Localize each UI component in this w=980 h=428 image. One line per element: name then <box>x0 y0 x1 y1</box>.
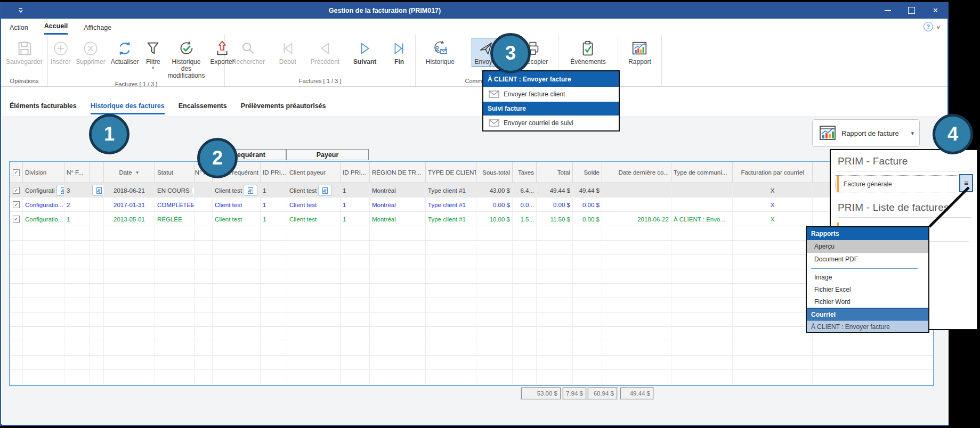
col-header-statut[interactable]: Statut <box>155 162 195 183</box>
menu-item-image[interactable]: Image <box>807 271 928 283</box>
empty-cell <box>155 241 195 255</box>
checkbox-checked[interactable]: ✓ <box>13 201 20 208</box>
col-header-solde[interactable]: Solde <box>573 162 602 183</box>
search-button[interactable]: Rechercher <box>229 38 268 67</box>
ribbon-group-operations: Sauvegarder Opérations <box>1 35 48 86</box>
col-header-sous-total[interactable]: Sous-total <box>476 162 513 183</box>
inline-document-preview-icon[interactable] <box>56 185 64 196</box>
empty-cell <box>195 255 213 269</box>
menu-item-envoyer-courriel-suivi[interactable]: Envoyer courriel de suivi <box>483 116 619 130</box>
report-button[interactable]: Rapport <box>626 38 654 67</box>
nav-last-button[interactable]: Fin <box>387 38 411 67</box>
col-header-id-pri-payeur[interactable]: ID PRI... <box>341 162 370 183</box>
total-box-2: 60.94 $ <box>588 388 617 399</box>
col-header-type-client[interactable]: TYPE DE CLIENT <box>426 162 476 183</box>
checkbox-checked[interactable]: ✓ <box>13 169 20 176</box>
empty-cell <box>426 327 476 341</box>
cell-client-requerant: Client test <box>213 183 261 197</box>
row-checkbox[interactable]: ✓ <box>10 212 23 226</box>
nav-first-icon <box>279 39 297 57</box>
refresh-button[interactable]: Actualiser <box>108 38 142 67</box>
minimize-button[interactable] <box>876 2 900 19</box>
ribbon-toolbar: Sauvegarder Opérations Insérer <box>1 35 947 87</box>
col-header-no-facture[interactable]: N° F... <box>64 162 90 183</box>
empty-cell <box>195 298 213 312</box>
filter-dropdown-icon[interactable]: ∨ <box>151 65 155 70</box>
empty-cell <box>10 312 23 327</box>
table-row[interactable]: ✓Configurati32018-06-21EN COURSClient te… <box>10 183 933 197</box>
row-checkbox[interactable]: ✓ <box>10 197 23 212</box>
inline-document-preview-icon[interactable] <box>92 185 104 196</box>
maximize-button[interactable] <box>900 2 924 19</box>
menu-item-fichier-word[interactable]: Fichier Word <box>807 295 928 308</box>
menu-tab-action[interactable]: Action <box>10 19 28 35</box>
empty-cell <box>10 356 23 370</box>
filter-button[interactable]: Filtre ∨ <box>141 38 165 71</box>
empty-cell <box>733 269 813 284</box>
empty-cell <box>537 370 573 384</box>
col-header-date[interactable]: Date▼ <box>104 162 155 183</box>
tab-historique-des-factures[interactable]: Historique des factures <box>91 102 165 114</box>
inline-document-preview-icon[interactable] <box>318 185 332 196</box>
table-row[interactable]: ✓Configuratio...22017-01-31COMPLÉTÉEClie… <box>10 197 933 212</box>
col-header-client-payeur[interactable]: Client payeur <box>287 162 341 183</box>
invoices-table[interactable]: ✓DivisionN° F...Date▼StatutN° lotClient … <box>9 161 934 386</box>
checkbox-checked[interactable]: ✓ <box>13 187 20 194</box>
col-header-apercu[interactable] <box>90 162 104 183</box>
invoice-report-selector-button[interactable]: Rapport de facture ▾ <box>812 119 920 147</box>
menu-tab-affichage[interactable]: Affichage <box>84 19 111 35</box>
chevron-down-icon[interactable]: ∨ <box>935 24 941 30</box>
col-header-select[interactable]: ✓ <box>10 162 23 183</box>
cell-apercu <box>90 197 104 212</box>
tab-elements-facturables[interactable]: Éléments facturables <box>10 102 77 114</box>
empty-cell <box>671 269 733 284</box>
col-header-facturation-courriel[interactable]: Facturation par courriel <box>733 162 813 183</box>
delete-button[interactable]: Supprimer <box>73 38 108 67</box>
report-chart-icon <box>818 124 837 143</box>
empty-cell <box>476 241 513 255</box>
inline-document-preview-icon[interactable] <box>244 185 257 196</box>
panel-title-prim-facture: PRIM - Facture <box>838 155 971 171</box>
empty-cell <box>602 341 671 356</box>
empty-cell <box>370 226 426 241</box>
nav-next-button[interactable]: Suivant <box>351 38 379 67</box>
menu-item-a-client-envoyer-facture[interactable]: À CLIENT : Envoyer facture <box>807 320 928 332</box>
col-header-id-pri-requerant[interactable]: ID PRI... <box>261 162 287 183</box>
empty-cell <box>537 284 573 298</box>
row-checkbox[interactable]: ✓ <box>10 183 23 197</box>
report-selector-dropdown-icon[interactable]: ▾ <box>911 130 914 137</box>
sort-desc-icon[interactable]: ▼ <box>135 170 140 175</box>
col-header-type-communication[interactable]: Type de communi... <box>671 162 733 183</box>
tab-prelevements-preautorises[interactable]: Prélèvements préautorisés <box>241 102 326 114</box>
col-header-taxes[interactable]: Taxes <box>513 162 537 183</box>
cell-date-derniere-comm <box>602 197 671 212</box>
app-icon[interactable] <box>17 7 25 14</box>
menu-tab-accueil[interactable]: Accueil <box>44 19 68 35</box>
cell-client-payeur: Client test <box>287 212 341 226</box>
tab-encaissements[interactable]: Encaissements <box>179 102 227 114</box>
menu-item-fichier-excel[interactable]: Fichier Excel <box>807 283 928 295</box>
insert-button[interactable]: Insérer <box>48 38 73 67</box>
empty-cell <box>426 241 476 255</box>
empty-cell <box>602 269 671 284</box>
col-header-division[interactable]: Division <box>23 162 64 183</box>
nav-prev-button[interactable]: Précédent <box>307 38 342 67</box>
comm-history-button[interactable]: Historique <box>423 38 457 67</box>
checkbox-checked[interactable]: ✓ <box>13 216 20 223</box>
save-button[interactable]: Sauvegarder <box>3 38 45 67</box>
menu-item-envoyer-facture-client[interactable]: Envoyer facture client <box>483 87 619 102</box>
close-button[interactable]: ✕ <box>924 2 947 19</box>
table-row[interactable]: ✓Configuratio...12013-05-01RÉGLÉEClient … <box>10 212 933 226</box>
nav-first-button[interactable]: Début <box>276 38 299 67</box>
empty-cell <box>23 255 64 269</box>
menu-item-document-pdf[interactable]: Document PDF <box>807 253 928 266</box>
empty-cell <box>195 327 213 341</box>
col-header-date-derniere-comm[interactable]: Date dernière co... <box>602 162 671 183</box>
col-header-total[interactable]: Total <box>537 162 573 183</box>
modification-history-button[interactable]: Historique des modifications <box>165 38 207 81</box>
empty-cell <box>104 226 155 241</box>
help-icon[interactable]: ? <box>924 22 933 31</box>
events-button[interactable]: Évènements <box>568 38 609 67</box>
menu-item-apercu[interactable]: Aperçu <box>807 240 928 253</box>
col-header-region[interactable]: RÉGION DE TR... <box>370 162 426 183</box>
